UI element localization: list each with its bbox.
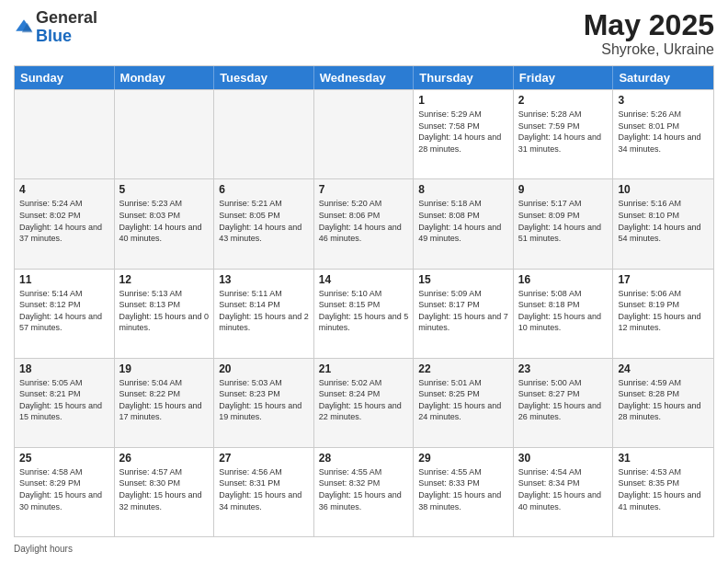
- calendar: SundayMondayTuesdayWednesdayThursdayFrid…: [14, 65, 714, 537]
- cell-info: Sunrise: 5:28 AMSunset: 7:59 PMDaylight:…: [518, 109, 609, 155]
- day-header-sunday: Sunday: [15, 66, 115, 89]
- cell-info: Sunrise: 5:02 AMSunset: 8:24 PMDaylight:…: [319, 377, 409, 423]
- day-number: 19: [119, 362, 210, 375]
- cell-info: Sunrise: 5:13 AMSunset: 8:13 PMDaylight:…: [119, 288, 210, 334]
- day-number: 31: [618, 452, 709, 465]
- cell-info: Sunrise: 5:17 AMSunset: 8:09 PMDaylight:…: [518, 198, 609, 244]
- day-number: 1: [418, 94, 508, 107]
- calendar-cell-empty-1: [115, 90, 215, 178]
- calendar-row-4: 25Sunrise: 4:58 AMSunset: 8:29 PMDayligh…: [15, 447, 713, 536]
- logo-general-text: General: [36, 8, 97, 27]
- calendar-cell-12: 12Sunrise: 5:13 AMSunset: 8:13 PMDayligh…: [115, 270, 215, 358]
- cell-info: Sunrise: 5:23 AMSunset: 8:03 PMDaylight:…: [119, 198, 210, 244]
- day-number: 13: [219, 273, 309, 286]
- cell-info: Sunrise: 4:53 AMSunset: 8:35 PMDaylight:…: [618, 466, 709, 512]
- cell-info: Sunrise: 4:57 AMSunset: 8:30 PMDaylight:…: [119, 466, 210, 512]
- day-number: 11: [19, 273, 109, 286]
- day-number: 30: [518, 452, 609, 465]
- day-number: 16: [518, 273, 609, 286]
- cell-info: Sunrise: 5:08 AMSunset: 8:18 PMDaylight:…: [518, 288, 609, 334]
- footer-note: Daylight hours: [14, 541, 714, 554]
- calendar-cell-10: 10Sunrise: 5:16 AMSunset: 8:10 PMDayligh…: [613, 179, 713, 268]
- cell-info: Sunrise: 5:18 AMSunset: 8:08 PMDaylight:…: [418, 198, 508, 244]
- day-number: 5: [119, 183, 210, 196]
- calendar-cell-6: 6Sunrise: 5:21 AMSunset: 8:05 PMDaylight…: [214, 179, 314, 268]
- day-number: 25: [19, 452, 109, 465]
- cell-info: Sunrise: 5:04 AMSunset: 8:22 PMDaylight:…: [119, 377, 210, 423]
- cell-info: Sunrise: 5:21 AMSunset: 8:05 PMDaylight:…: [219, 198, 309, 244]
- calendar-cell-25: 25Sunrise: 4:58 AMSunset: 8:29 PMDayligh…: [15, 448, 115, 536]
- day-number: 17: [618, 273, 709, 286]
- day-number: 10: [618, 183, 709, 196]
- day-number: 26: [119, 452, 210, 465]
- day-number: 9: [518, 183, 609, 196]
- cell-info: Sunrise: 5:03 AMSunset: 8:23 PMDaylight:…: [219, 377, 309, 423]
- calendar-cell-17: 17Sunrise: 5:06 AMSunset: 8:19 PMDayligh…: [613, 270, 713, 358]
- calendar-cell-5: 5Sunrise: 5:23 AMSunset: 8:03 PMDaylight…: [115, 179, 215, 268]
- cell-info: Sunrise: 5:26 AMSunset: 8:01 PMDaylight:…: [618, 109, 709, 155]
- day-number: 21: [319, 362, 409, 375]
- calendar-row-0: 1Sunrise: 5:29 AMSunset: 7:58 PMDaylight…: [15, 89, 713, 178]
- calendar-cell-20: 20Sunrise: 5:03 AMSunset: 8:23 PMDayligh…: [214, 359, 314, 447]
- calendar-cell-19: 19Sunrise: 5:04 AMSunset: 8:22 PMDayligh…: [115, 359, 215, 447]
- calendar-cell-11: 11Sunrise: 5:14 AMSunset: 8:12 PMDayligh…: [15, 270, 115, 358]
- logo-icon: [14, 17, 34, 38]
- day-header-friday: Friday: [514, 66, 614, 89]
- day-header-wednesday: Wednesday: [314, 66, 415, 89]
- calendar-cell-7: 7Sunrise: 5:20 AMSunset: 8:06 PMDaylight…: [314, 179, 415, 268]
- calendar-cell-18: 18Sunrise: 5:05 AMSunset: 8:21 PMDayligh…: [15, 359, 115, 447]
- cell-info: Sunrise: 4:58 AMSunset: 8:29 PMDaylight:…: [19, 466, 109, 512]
- day-number: 8: [418, 183, 508, 196]
- day-header-monday: Monday: [115, 66, 215, 89]
- calendar-cell-27: 27Sunrise: 4:56 AMSunset: 8:31 PMDayligh…: [214, 448, 314, 536]
- calendar-cell-28: 28Sunrise: 4:55 AMSunset: 8:32 PMDayligh…: [314, 448, 415, 536]
- day-number: 15: [418, 273, 508, 286]
- day-number: 29: [418, 452, 508, 465]
- day-number: 24: [618, 362, 709, 375]
- logo-blue-text: Blue: [36, 27, 72, 45]
- cell-info: Sunrise: 5:06 AMSunset: 8:19 PMDaylight:…: [618, 288, 709, 334]
- calendar-cell-empty-2: [214, 90, 314, 178]
- cell-info: Sunrise: 4:59 AMSunset: 8:28 PMDaylight:…: [618, 377, 709, 423]
- cell-info: Sunrise: 5:14 AMSunset: 8:12 PMDaylight:…: [19, 288, 109, 334]
- calendar-header: SundayMondayTuesdayWednesdayThursdayFrid…: [15, 66, 713, 89]
- cell-info: Sunrise: 5:29 AMSunset: 7:58 PMDaylight:…: [418, 109, 508, 155]
- page: General Blue May 2025 Shyroke, Ukraine S…: [0, 0, 728, 563]
- calendar-cell-8: 8Sunrise: 5:18 AMSunset: 8:08 PMDaylight…: [414, 179, 514, 268]
- day-number: 27: [219, 452, 309, 465]
- calendar-cell-4: 4Sunrise: 5:24 AMSunset: 8:02 PMDaylight…: [15, 179, 115, 268]
- cell-info: Sunrise: 5:09 AMSunset: 8:17 PMDaylight:…: [418, 288, 508, 334]
- day-number: 12: [119, 273, 210, 286]
- calendar-cell-15: 15Sunrise: 5:09 AMSunset: 8:17 PMDayligh…: [414, 270, 514, 358]
- day-header-tuesday: Tuesday: [214, 66, 314, 89]
- title-block: May 2025 Shyroke, Ukraine: [584, 9, 714, 58]
- day-number: 23: [518, 362, 609, 375]
- cell-info: Sunrise: 5:20 AMSunset: 8:06 PMDaylight:…: [319, 198, 409, 244]
- calendar-cell-24: 24Sunrise: 4:59 AMSunset: 8:28 PMDayligh…: [613, 359, 713, 447]
- calendar-cell-14: 14Sunrise: 5:10 AMSunset: 8:15 PMDayligh…: [314, 270, 415, 358]
- calendar-cell-empty-0: [15, 90, 115, 178]
- day-header-thursday: Thursday: [414, 66, 514, 89]
- calendar-row-1: 4Sunrise: 5:24 AMSunset: 8:02 PMDaylight…: [15, 178, 713, 268]
- calendar-cell-21: 21Sunrise: 5:02 AMSunset: 8:24 PMDayligh…: [314, 359, 415, 447]
- calendar-cell-empty-3: [314, 90, 415, 178]
- cell-info: Sunrise: 4:55 AMSunset: 8:32 PMDaylight:…: [319, 466, 409, 512]
- calendar-cell-31: 31Sunrise: 4:53 AMSunset: 8:35 PMDayligh…: [613, 448, 713, 536]
- day-number: 4: [19, 183, 109, 196]
- cell-info: Sunrise: 5:01 AMSunset: 8:25 PMDaylight:…: [418, 377, 508, 423]
- calendar-location: Shyroke, Ukraine: [584, 41, 714, 58]
- cell-info: Sunrise: 5:24 AMSunset: 8:02 PMDaylight:…: [19, 198, 109, 244]
- day-number: 20: [219, 362, 309, 375]
- calendar-row-2: 11Sunrise: 5:14 AMSunset: 8:12 PMDayligh…: [15, 269, 713, 358]
- day-number: 3: [618, 94, 709, 107]
- calendar-cell-26: 26Sunrise: 4:57 AMSunset: 8:30 PMDayligh…: [115, 448, 215, 536]
- cell-info: Sunrise: 4:56 AMSunset: 8:31 PMDaylight:…: [219, 466, 309, 512]
- calendar-cell-2: 2Sunrise: 5:28 AMSunset: 7:59 PMDaylight…: [514, 90, 614, 178]
- day-number: 22: [418, 362, 508, 375]
- logo: General Blue: [14, 9, 97, 46]
- day-number: 28: [319, 452, 409, 465]
- cell-info: Sunrise: 5:05 AMSunset: 8:21 PMDaylight:…: [19, 377, 109, 423]
- cell-info: Sunrise: 5:16 AMSunset: 8:10 PMDaylight:…: [618, 198, 709, 244]
- calendar-cell-29: 29Sunrise: 4:55 AMSunset: 8:33 PMDayligh…: [414, 448, 514, 536]
- day-number: 2: [518, 94, 609, 107]
